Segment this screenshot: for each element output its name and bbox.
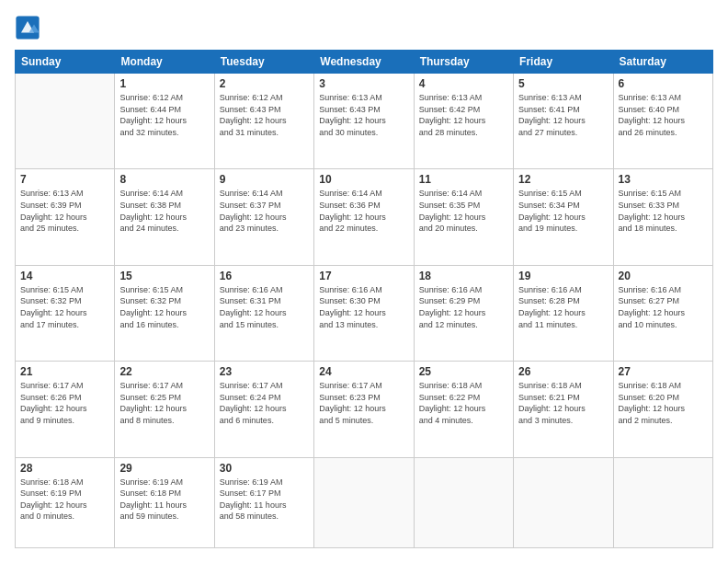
week-row-5: 28Sunrise: 6:18 AM Sunset: 6:19 PM Dayli… (16, 457, 713, 547)
day-number: 14 (20, 270, 109, 282)
day-info: Sunrise: 6:19 AM Sunset: 6:18 PM Dayligh… (119, 477, 209, 523)
logo (15, 15, 42, 40)
day-info: Sunrise: 6:13 AM Sunset: 6:43 PM Dayligh… (319, 92, 408, 138)
day-info: Sunrise: 6:15 AM Sunset: 6:33 PM Dayligh… (619, 188, 708, 234)
calendar-cell: 2Sunrise: 6:12 AM Sunset: 6:43 PM Daylig… (214, 74, 313, 169)
weekday-header-tuesday: Tuesday (214, 51, 313, 74)
calendar-cell: 17Sunrise: 6:16 AM Sunset: 6:30 PM Dayli… (314, 265, 414, 361)
calendar-cell: 7Sunrise: 6:13 AM Sunset: 6:39 PM Daylig… (16, 169, 115, 265)
calendar-cell: 29Sunrise: 6:19 AM Sunset: 6:18 PM Dayli… (115, 457, 214, 547)
page: SundayMondayTuesdayWednesdayThursdayFrid… (0, 0, 728, 563)
weekday-header-saturday: Saturday (613, 51, 712, 74)
day-number: 29 (119, 462, 209, 475)
calendar-cell: 25Sunrise: 6:18 AM Sunset: 6:22 PM Dayli… (414, 362, 513, 457)
day-info: Sunrise: 6:14 AM Sunset: 6:36 PM Dayligh… (319, 188, 408, 234)
weekday-header-wednesday: Wednesday (314, 51, 414, 74)
calendar-cell: 28Sunrise: 6:18 AM Sunset: 6:19 PM Dayli… (16, 457, 115, 547)
day-number: 10 (319, 173, 408, 186)
day-info: Sunrise: 6:14 AM Sunset: 6:38 PM Dayligh… (119, 188, 209, 234)
calendar-cell: 19Sunrise: 6:16 AM Sunset: 6:28 PM Dayli… (514, 265, 613, 361)
day-info: Sunrise: 6:18 AM Sunset: 6:19 PM Dayligh… (20, 477, 109, 523)
day-number: 23 (220, 365, 309, 378)
day-info: Sunrise: 6:13 AM Sunset: 6:42 PM Dayligh… (419, 92, 508, 138)
calendar-cell: 26Sunrise: 6:18 AM Sunset: 6:21 PM Dayli… (514, 362, 613, 457)
day-info: Sunrise: 6:17 AM Sunset: 6:26 PM Dayligh… (20, 380, 109, 426)
calendar-cell: 30Sunrise: 6:19 AM Sunset: 6:17 PM Dayli… (214, 457, 313, 547)
calendar-cell: 24Sunrise: 6:17 AM Sunset: 6:23 PM Dayli… (314, 362, 414, 457)
calendar-cell: 21Sunrise: 6:17 AM Sunset: 6:26 PM Dayli… (16, 362, 115, 457)
day-info: Sunrise: 6:17 AM Sunset: 6:23 PM Dayligh… (319, 380, 408, 426)
calendar-cell: 22Sunrise: 6:17 AM Sunset: 6:25 PM Dayli… (115, 362, 214, 457)
weekday-header-friday: Friday (514, 51, 613, 74)
day-info: Sunrise: 6:18 AM Sunset: 6:22 PM Dayligh… (419, 380, 508, 426)
day-number: 19 (518, 270, 608, 282)
day-number: 17 (319, 270, 408, 282)
calendar-cell: 5Sunrise: 6:13 AM Sunset: 6:41 PM Daylig… (514, 74, 613, 169)
day-info: Sunrise: 6:18 AM Sunset: 6:20 PM Dayligh… (619, 380, 708, 426)
day-number: 15 (119, 270, 209, 282)
day-info: Sunrise: 6:16 AM Sunset: 6:28 PM Dayligh… (518, 284, 608, 330)
calendar-cell: 16Sunrise: 6:16 AM Sunset: 6:31 PM Dayli… (214, 265, 313, 361)
day-number: 4 (419, 77, 508, 90)
day-number: 25 (419, 365, 508, 378)
calendar-cell: 11Sunrise: 6:14 AM Sunset: 6:35 PM Dayli… (414, 169, 513, 265)
day-info: Sunrise: 6:17 AM Sunset: 6:25 PM Dayligh… (119, 380, 209, 426)
day-info: Sunrise: 6:16 AM Sunset: 6:30 PM Dayligh… (319, 284, 408, 330)
week-row-2: 7Sunrise: 6:13 AM Sunset: 6:39 PM Daylig… (16, 169, 713, 265)
week-row-4: 21Sunrise: 6:17 AM Sunset: 6:26 PM Dayli… (16, 362, 713, 457)
calendar-cell: 18Sunrise: 6:16 AM Sunset: 6:29 PM Dayli… (414, 265, 513, 361)
day-number: 27 (619, 365, 708, 378)
day-number: 22 (119, 365, 209, 378)
day-info: Sunrise: 6:17 AM Sunset: 6:24 PM Dayligh… (220, 380, 309, 426)
calendar-cell: 12Sunrise: 6:15 AM Sunset: 6:34 PM Dayli… (514, 169, 613, 265)
day-number: 7 (20, 173, 109, 186)
calendar-table: SundayMondayTuesdayWednesdayThursdayFrid… (15, 50, 713, 548)
day-info: Sunrise: 6:18 AM Sunset: 6:21 PM Dayligh… (518, 380, 608, 426)
day-number: 11 (419, 173, 508, 186)
day-number: 26 (518, 365, 608, 378)
day-info: Sunrise: 6:13 AM Sunset: 6:39 PM Dayligh… (20, 188, 109, 234)
week-row-3: 14Sunrise: 6:15 AM Sunset: 6:32 PM Dayli… (16, 265, 713, 361)
day-info: Sunrise: 6:15 AM Sunset: 6:32 PM Dayligh… (20, 284, 109, 330)
calendar-cell: 14Sunrise: 6:15 AM Sunset: 6:32 PM Dayli… (16, 265, 115, 361)
calendar-cell (16, 74, 115, 169)
calendar-cell: 4Sunrise: 6:13 AM Sunset: 6:42 PM Daylig… (414, 74, 513, 169)
calendar-cell (314, 457, 414, 547)
calendar-cell: 10Sunrise: 6:14 AM Sunset: 6:36 PM Dayli… (314, 169, 414, 265)
day-number: 28 (20, 462, 109, 475)
day-number: 6 (619, 77, 708, 90)
day-number: 1 (119, 77, 209, 90)
day-number: 12 (518, 173, 608, 186)
day-number: 5 (518, 77, 608, 90)
calendar-cell: 9Sunrise: 6:14 AM Sunset: 6:37 PM Daylig… (214, 169, 313, 265)
weekday-header-sunday: Sunday (16, 51, 115, 74)
day-number: 9 (220, 173, 309, 186)
day-info: Sunrise: 6:14 AM Sunset: 6:37 PM Dayligh… (220, 188, 309, 234)
weekday-header-row: SundayMondayTuesdayWednesdayThursdayFrid… (16, 51, 713, 74)
day-info: Sunrise: 6:14 AM Sunset: 6:35 PM Dayligh… (419, 188, 508, 234)
calendar-cell (414, 457, 513, 547)
day-number: 3 (319, 77, 408, 90)
day-info: Sunrise: 6:16 AM Sunset: 6:29 PM Dayligh… (419, 284, 508, 330)
calendar-cell (514, 457, 613, 547)
weekday-header-monday: Monday (115, 51, 214, 74)
calendar-cell: 6Sunrise: 6:13 AM Sunset: 6:40 PM Daylig… (613, 74, 712, 169)
day-number: 20 (619, 270, 708, 282)
day-number: 8 (119, 173, 209, 186)
logo-icon (15, 15, 40, 40)
week-row-1: 1Sunrise: 6:12 AM Sunset: 6:44 PM Daylig… (16, 74, 713, 169)
calendar-cell: 20Sunrise: 6:16 AM Sunset: 6:27 PM Dayli… (613, 265, 712, 361)
day-number: 2 (220, 77, 309, 90)
header (15, 15, 713, 40)
calendar-cell: 1Sunrise: 6:12 AM Sunset: 6:44 PM Daylig… (115, 74, 214, 169)
day-info: Sunrise: 6:16 AM Sunset: 6:27 PM Dayligh… (619, 284, 708, 330)
calendar-cell: 3Sunrise: 6:13 AM Sunset: 6:43 PM Daylig… (314, 74, 414, 169)
day-info: Sunrise: 6:12 AM Sunset: 6:43 PM Dayligh… (220, 92, 309, 138)
calendar-cell: 13Sunrise: 6:15 AM Sunset: 6:33 PM Dayli… (613, 169, 712, 265)
calendar-cell: 8Sunrise: 6:14 AM Sunset: 6:38 PM Daylig… (115, 169, 214, 265)
day-info: Sunrise: 6:16 AM Sunset: 6:31 PM Dayligh… (220, 284, 309, 330)
calendar-cell: 27Sunrise: 6:18 AM Sunset: 6:20 PM Dayli… (613, 362, 712, 457)
day-info: Sunrise: 6:13 AM Sunset: 6:40 PM Dayligh… (619, 92, 708, 138)
day-info: Sunrise: 6:13 AM Sunset: 6:41 PM Dayligh… (518, 92, 608, 138)
day-info: Sunrise: 6:19 AM Sunset: 6:17 PM Dayligh… (220, 477, 309, 523)
